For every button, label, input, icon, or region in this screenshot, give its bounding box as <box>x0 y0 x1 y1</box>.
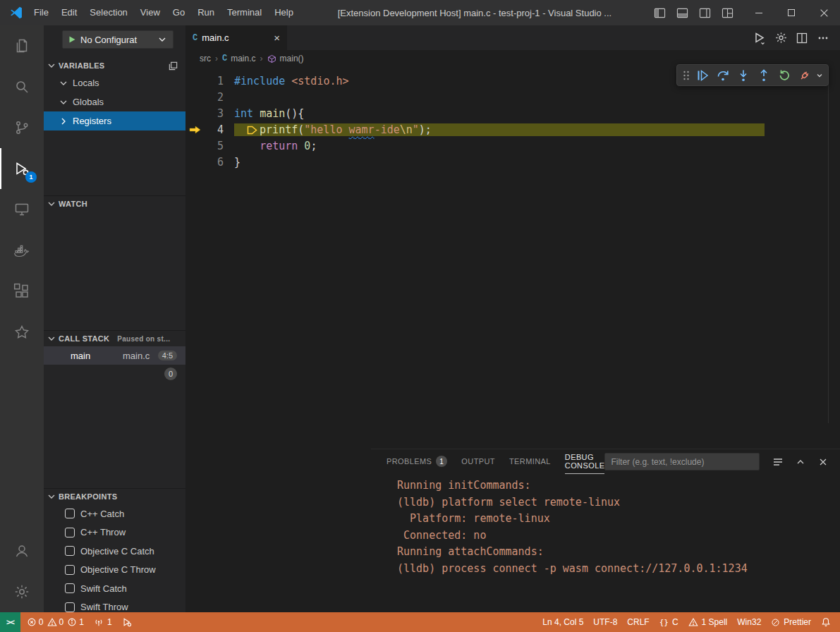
menu-run[interactable]: Run <box>191 0 221 25</box>
breakpoint-swift-catch[interactable]: Swift Catch <box>44 579 185 598</box>
breakpoint-swift-throw[interactable]: Swift Throw <box>44 598 185 613</box>
ports-indicator[interactable]: 1 <box>89 612 117 632</box>
activitybar-remote-explorer[interactable] <box>0 189 44 230</box>
variables-item-locals[interactable]: Locals <box>44 73 185 92</box>
menu-go[interactable]: Go <box>166 0 191 25</box>
statusbar-language-mode[interactable]: {}C <box>655 612 683 632</box>
collapse-all-button[interactable] <box>168 61 178 71</box>
layout-panel-toggle[interactable] <box>672 3 692 23</box>
statusbar-eol[interactable]: CRLF <box>622 612 654 632</box>
variables-item-registers[interactable]: Registers <box>44 111 185 130</box>
watch-section-header[interactable]: WATCH <box>44 196 185 212</box>
menu-help[interactable]: Help <box>268 0 300 25</box>
minimize-icon <box>755 8 763 17</box>
account-icon <box>13 542 30 559</box>
status-bar: ><0011 Ln 4, Col 5UTF-8CRLF{}C1 SpellWin… <box>0 612 840 632</box>
line-number: 4 <box>204 123 224 136</box>
run-menu-icon <box>753 31 767 45</box>
line-number: 3 <box>204 107 224 120</box>
remote-indicator[interactable]: >< <box>0 612 20 632</box>
menu-terminal[interactable]: Terminal <box>221 0 268 25</box>
variables-item-globals[interactable]: Globals <box>44 92 185 111</box>
maximize-panel-button[interactable] <box>791 452 810 472</box>
debug-status-indicator[interactable] <box>117 612 137 632</box>
call-stack-section-header[interactable]: CALL STACKPaused on st... <box>44 331 185 346</box>
statusbar-spell-status[interactable]: 1 Spell <box>683 612 733 632</box>
continue-button[interactable] <box>692 65 712 85</box>
activitybar-run-and-debug[interactable]: 1 <box>0 148 44 189</box>
breakpoint-checkbox[interactable] <box>65 546 75 556</box>
activitybar-source-control[interactable] <box>0 107 44 148</box>
window-close-window-button[interactable] <box>808 0 840 25</box>
breakpoint-checkbox[interactable] <box>65 565 75 575</box>
menu-selection[interactable]: Selection <box>83 0 133 25</box>
debug-config-dropdown[interactable]: No Configurat <box>62 30 174 49</box>
step-out-button[interactable] <box>753 65 774 85</box>
breakpoint-checkbox[interactable] <box>65 583 75 593</box>
activitybar-extensions[interactable] <box>0 271 44 312</box>
debug-config-label: No Configurat <box>80 35 137 45</box>
split-editor-button[interactable] <box>792 28 812 48</box>
statusbar-platform[interactable]: Win32 <box>732 612 766 632</box>
console-menu-button[interactable] <box>768 452 788 472</box>
console-filter-input[interactable] <box>604 453 760 470</box>
debug-alt-icon <box>122 617 132 627</box>
run-menu-button[interactable] <box>750 28 769 48</box>
statusbar-prettier[interactable]: Prettier <box>766 612 816 632</box>
tab-main-c[interactable]: Cmain.c× <box>185 25 287 50</box>
breakpoint-objective-c-throw[interactable]: Objective C Throw <box>44 561 185 580</box>
breakpoint-c-throw[interactable]: C++ Throw <box>44 523 185 542</box>
variables-section-header[interactable]: VARIABLES <box>44 58 185 73</box>
activitybar-search[interactable] <box>0 66 44 107</box>
panel-tab-terminal[interactable]: TERMINAL <box>509 449 551 474</box>
window-minimize-button[interactable] <box>743 0 775 25</box>
breadcrumb-item-2[interactable]: main() <box>267 54 304 63</box>
breakpoint-objective-c-catch[interactable]: Objective C Catch <box>44 542 185 561</box>
breakpoint-checkbox[interactable] <box>65 602 75 612</box>
panel-tab-debug-console[interactable]: DEBUG CONSOLE <box>565 449 605 474</box>
problems-indicator[interactable]: 001 <box>22 612 89 632</box>
chevron-down-icon <box>46 333 57 344</box>
window-maximize-button[interactable] <box>775 0 808 25</box>
breadcrumb-item-0[interactable]: src <box>200 54 211 63</box>
breakpoint-checkbox[interactable] <box>65 528 75 537</box>
statusbar-cursor-position[interactable]: Ln 4, Col 5 <box>537 612 588 632</box>
panel-tab-output[interactable]: OUTPUT <box>461 449 495 474</box>
activitybar-accounts[interactable] <box>0 530 44 571</box>
panel-tab-problems[interactable]: PROBLEMS1 <box>386 449 447 474</box>
toolbar-drag-handle-icon[interactable] <box>681 69 692 82</box>
breakpoint-c-catch[interactable]: C++ Catch <box>44 504 185 523</box>
breakpoint-checkbox[interactable] <box>65 509 75 518</box>
editor-scrollbar[interactable] <box>828 67 829 423</box>
layout-customize-toggle[interactable] <box>717 3 737 23</box>
code-editor[interactable]: 1#include <stdio.h>23int main(){4 printf… <box>185 67 840 423</box>
layout-sidebar-toggle[interactable] <box>650 3 669 23</box>
breakpoints-section-header[interactable]: BREAKPOINTS <box>44 489 185 504</box>
menu-file[interactable]: File <box>28 0 55 25</box>
step-over-button[interactable] <box>712 65 733 85</box>
menu-edit[interactable]: Edit <box>55 0 83 25</box>
layout-sidebar-right-toggle[interactable] <box>695 3 714 23</box>
restart-button[interactable] <box>774 65 794 85</box>
chevron-down-icon <box>157 34 168 45</box>
more-actions-button[interactable] <box>813 28 833 48</box>
frame-arrow-icon <box>189 126 201 134</box>
activitybar-docker[interactable] <box>0 230 44 271</box>
current-frame-arrow-icon[interactable] <box>185 126 204 134</box>
console-line: Connected: no <box>397 528 840 545</box>
menu-view[interactable]: View <box>134 0 166 25</box>
statusbar-notifications[interactable] <box>816 612 836 632</box>
statusbar-encoding[interactable]: UTF-8 <box>588 612 622 632</box>
step-into-button[interactable] <box>733 65 753 85</box>
breadcrumb-item-1[interactable]: Cmain.c <box>222 54 256 63</box>
debug-session-menu[interactable] <box>815 71 824 80</box>
activitybar-marketplace[interactable] <box>0 312 44 353</box>
call-stack-frame[interactable]: mainmain.c4:5 <box>44 346 185 365</box>
activitybar-manage[interactable] <box>0 571 44 612</box>
disconnect-button[interactable] <box>794 65 815 85</box>
warning-icon <box>688 617 698 627</box>
settings-button[interactable] <box>771 28 791 48</box>
activitybar-explorer[interactable] <box>0 25 44 66</box>
close-panel-button[interactable] <box>813 452 833 472</box>
close-tab-icon[interactable]: × <box>274 32 280 44</box>
